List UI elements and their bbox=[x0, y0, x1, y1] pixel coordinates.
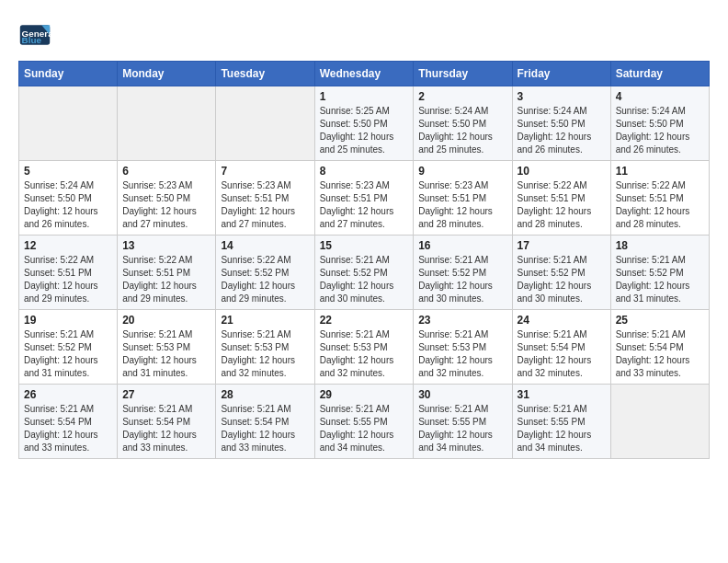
day-info: Sunrise: 5:21 AM Sunset: 5:53 PM Dayligh… bbox=[122, 328, 210, 380]
calendar-cell: 13Sunrise: 5:22 AM Sunset: 5:51 PM Dayli… bbox=[118, 236, 216, 310]
calendar-cell: 23Sunrise: 5:21 AM Sunset: 5:53 PM Dayli… bbox=[414, 310, 512, 385]
day-info: Sunrise: 5:24 AM Sunset: 5:50 PM Dayligh… bbox=[24, 179, 112, 231]
calendar-cell: 30Sunrise: 5:21 AM Sunset: 5:55 PM Dayli… bbox=[414, 385, 512, 459]
day-number: 11 bbox=[616, 165, 704, 178]
calendar-cell bbox=[216, 86, 314, 161]
calendar-cell: 28Sunrise: 5:21 AM Sunset: 5:54 PM Dayli… bbox=[216, 385, 314, 459]
day-info: Sunrise: 5:21 AM Sunset: 5:52 PM Dayligh… bbox=[616, 254, 704, 305]
calendar-week-row: 5Sunrise: 5:24 AM Sunset: 5:50 PM Daylig… bbox=[19, 161, 710, 236]
calendar-cell bbox=[610, 385, 709, 459]
day-info: Sunrise: 5:23 AM Sunset: 5:50 PM Dayligh… bbox=[122, 179, 210, 231]
calendar-cell: 6Sunrise: 5:23 AM Sunset: 5:50 PM Daylig… bbox=[118, 161, 216, 236]
calendar-cell: 15Sunrise: 5:21 AM Sunset: 5:52 PM Dayli… bbox=[314, 236, 414, 310]
day-info: Sunrise: 5:21 AM Sunset: 5:54 PM Dayligh… bbox=[221, 403, 309, 454]
calendar-week-row: 1Sunrise: 5:25 AM Sunset: 5:50 PM Daylig… bbox=[19, 86, 710, 161]
calendar-cell: 10Sunrise: 5:22 AM Sunset: 5:51 PM Dayli… bbox=[512, 161, 610, 236]
day-number: 17 bbox=[518, 239, 606, 252]
calendar-cell: 25Sunrise: 5:21 AM Sunset: 5:54 PM Dayli… bbox=[610, 310, 709, 385]
calendar-body: 1Sunrise: 5:25 AM Sunset: 5:50 PM Daylig… bbox=[19, 86, 710, 459]
day-info: Sunrise: 5:21 AM Sunset: 5:54 PM Dayligh… bbox=[122, 403, 210, 454]
calendar-cell: 4Sunrise: 5:24 AM Sunset: 5:50 PM Daylig… bbox=[610, 86, 709, 161]
calendar-cell: 24Sunrise: 5:21 AM Sunset: 5:54 PM Dayli… bbox=[512, 310, 610, 385]
day-info: Sunrise: 5:21 AM Sunset: 5:55 PM Dayligh… bbox=[418, 403, 506, 454]
calendar-cell: 1Sunrise: 5:25 AM Sunset: 5:50 PM Daylig… bbox=[314, 86, 414, 161]
calendar-cell: 20Sunrise: 5:21 AM Sunset: 5:53 PM Dayli… bbox=[118, 310, 216, 385]
day-info: Sunrise: 5:21 AM Sunset: 5:54 PM Dayligh… bbox=[518, 328, 606, 380]
day-info: Sunrise: 5:24 AM Sunset: 5:50 PM Dayligh… bbox=[616, 105, 704, 156]
day-number: 16 bbox=[418, 239, 506, 252]
logo: General Blue bbox=[18, 18, 51, 52]
calendar-cell: 22Sunrise: 5:21 AM Sunset: 5:53 PM Dayli… bbox=[314, 310, 414, 385]
day-info: Sunrise: 5:21 AM Sunset: 5:54 PM Dayligh… bbox=[24, 403, 112, 454]
day-info: Sunrise: 5:24 AM Sunset: 5:50 PM Dayligh… bbox=[518, 105, 606, 156]
weekday-header-sunday: Sunday bbox=[19, 62, 118, 86]
day-number: 9 bbox=[418, 165, 506, 178]
calendar-cell: 21Sunrise: 5:21 AM Sunset: 5:53 PM Dayli… bbox=[216, 310, 314, 385]
day-number: 12 bbox=[24, 239, 112, 252]
day-info: Sunrise: 5:22 AM Sunset: 5:51 PM Dayligh… bbox=[122, 254, 210, 305]
day-info: Sunrise: 5:25 AM Sunset: 5:50 PM Dayligh… bbox=[320, 105, 409, 156]
day-info: Sunrise: 5:21 AM Sunset: 5:55 PM Dayligh… bbox=[518, 403, 606, 454]
calendar-cell: 3Sunrise: 5:24 AM Sunset: 5:50 PM Daylig… bbox=[512, 86, 610, 161]
calendar-cell: 2Sunrise: 5:24 AM Sunset: 5:50 PM Daylig… bbox=[414, 86, 512, 161]
calendar-cell: 5Sunrise: 5:24 AM Sunset: 5:50 PM Daylig… bbox=[19, 161, 118, 236]
day-number: 26 bbox=[24, 388, 112, 401]
day-number: 4 bbox=[616, 90, 704, 103]
day-number: 8 bbox=[320, 165, 409, 178]
day-number: 29 bbox=[320, 388, 409, 401]
calendar-cell bbox=[19, 86, 118, 161]
weekday-header-friday: Friday bbox=[512, 62, 610, 86]
calendar-cell: 26Sunrise: 5:21 AM Sunset: 5:54 PM Dayli… bbox=[19, 385, 118, 459]
day-number: 30 bbox=[418, 388, 506, 401]
day-number: 28 bbox=[221, 388, 309, 401]
day-info: Sunrise: 5:23 AM Sunset: 5:51 PM Dayligh… bbox=[320, 179, 409, 231]
day-number: 14 bbox=[221, 239, 309, 252]
weekday-header-wednesday: Wednesday bbox=[314, 62, 414, 86]
day-number: 25 bbox=[616, 314, 704, 327]
calendar-week-row: 26Sunrise: 5:21 AM Sunset: 5:54 PM Dayli… bbox=[19, 385, 710, 459]
day-info: Sunrise: 5:22 AM Sunset: 5:51 PM Dayligh… bbox=[616, 179, 704, 231]
calendar-cell: 9Sunrise: 5:23 AM Sunset: 5:51 PM Daylig… bbox=[414, 161, 512, 236]
logo-icon: General Blue bbox=[18, 18, 51, 52]
day-number: 20 bbox=[122, 314, 210, 327]
day-number: 3 bbox=[518, 90, 606, 103]
day-info: Sunrise: 5:21 AM Sunset: 5:52 PM Dayligh… bbox=[320, 254, 409, 305]
day-info: Sunrise: 5:21 AM Sunset: 5:55 PM Dayligh… bbox=[320, 403, 409, 454]
day-info: Sunrise: 5:21 AM Sunset: 5:53 PM Dayligh… bbox=[418, 328, 506, 380]
day-number: 24 bbox=[518, 314, 606, 327]
day-info: Sunrise: 5:21 AM Sunset: 5:52 PM Dayligh… bbox=[518, 254, 606, 305]
calendar-header-row: SundayMondayTuesdayWednesdayThursdayFrid… bbox=[19, 62, 710, 86]
day-info: Sunrise: 5:21 AM Sunset: 5:53 PM Dayligh… bbox=[320, 328, 409, 380]
day-info: Sunrise: 5:23 AM Sunset: 5:51 PM Dayligh… bbox=[418, 179, 506, 231]
day-number: 18 bbox=[616, 239, 704, 252]
day-info: Sunrise: 5:21 AM Sunset: 5:54 PM Dayligh… bbox=[616, 328, 704, 380]
day-number: 2 bbox=[418, 90, 506, 103]
day-info: Sunrise: 5:23 AM Sunset: 5:51 PM Dayligh… bbox=[221, 179, 309, 231]
weekday-header-monday: Monday bbox=[118, 62, 216, 86]
calendar-cell: 18Sunrise: 5:21 AM Sunset: 5:52 PM Dayli… bbox=[610, 236, 709, 310]
day-number: 5 bbox=[24, 165, 112, 178]
day-info: Sunrise: 5:21 AM Sunset: 5:52 PM Dayligh… bbox=[418, 254, 506, 305]
calendar-week-row: 19Sunrise: 5:21 AM Sunset: 5:52 PM Dayli… bbox=[19, 310, 710, 385]
calendar-cell: 11Sunrise: 5:22 AM Sunset: 5:51 PM Dayli… bbox=[610, 161, 709, 236]
day-number: 6 bbox=[122, 165, 210, 178]
day-number: 10 bbox=[518, 165, 606, 178]
day-number: 7 bbox=[221, 165, 309, 178]
calendar-cell: 17Sunrise: 5:21 AM Sunset: 5:52 PM Dayli… bbox=[512, 236, 610, 310]
weekday-header-thursday: Thursday bbox=[414, 62, 512, 86]
day-number: 22 bbox=[320, 314, 409, 327]
calendar-cell: 14Sunrise: 5:22 AM Sunset: 5:52 PM Dayli… bbox=[216, 236, 314, 310]
day-info: Sunrise: 5:22 AM Sunset: 5:51 PM Dayligh… bbox=[24, 254, 112, 305]
calendar-cell: 7Sunrise: 5:23 AM Sunset: 5:51 PM Daylig… bbox=[216, 161, 314, 236]
day-info: Sunrise: 5:21 AM Sunset: 5:53 PM Dayligh… bbox=[221, 328, 309, 380]
day-info: Sunrise: 5:24 AM Sunset: 5:50 PM Dayligh… bbox=[418, 105, 506, 156]
day-number: 27 bbox=[122, 388, 210, 401]
calendar-cell: 27Sunrise: 5:21 AM Sunset: 5:54 PM Dayli… bbox=[118, 385, 216, 459]
calendar-cell: 12Sunrise: 5:22 AM Sunset: 5:51 PM Dayli… bbox=[19, 236, 118, 310]
calendar-cell: 29Sunrise: 5:21 AM Sunset: 5:55 PM Dayli… bbox=[314, 385, 414, 459]
day-number: 31 bbox=[518, 388, 606, 401]
calendar-week-row: 12Sunrise: 5:22 AM Sunset: 5:51 PM Dayli… bbox=[19, 236, 710, 310]
day-number: 19 bbox=[24, 314, 112, 327]
weekday-header-tuesday: Tuesday bbox=[216, 62, 314, 86]
day-info: Sunrise: 5:21 AM Sunset: 5:52 PM Dayligh… bbox=[24, 328, 112, 380]
